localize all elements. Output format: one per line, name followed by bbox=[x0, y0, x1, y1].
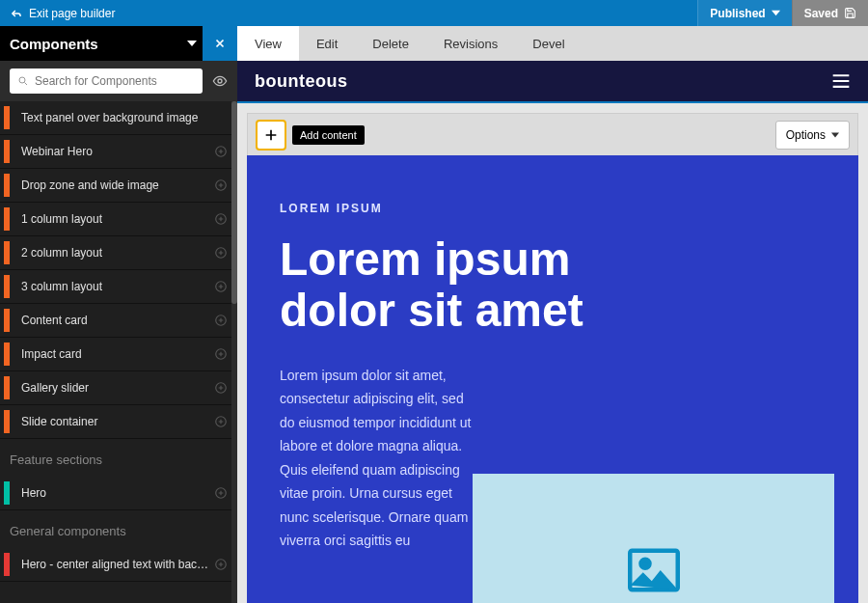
visibility-toggle-icon[interactable] bbox=[212, 73, 228, 89]
component-item[interactable]: Slide container bbox=[0, 405, 237, 439]
component-item-label: Hero bbox=[21, 486, 214, 500]
component-item-label: 1 column layout bbox=[21, 212, 214, 226]
caret-down-icon bbox=[772, 9, 780, 17]
sidebar-group-heading: Feature sections bbox=[0, 439, 237, 477]
add-circle-icon[interactable] bbox=[214, 145, 228, 158]
region-toolbar: Add content Options bbox=[247, 113, 858, 155]
page-tabs: ViewEditDeleteRevisionsDevel bbox=[237, 26, 868, 61]
component-list: Text panel over background imageWebinar … bbox=[0, 101, 237, 603]
tab-edit[interactable]: Edit bbox=[299, 26, 355, 61]
tab-view[interactable]: View bbox=[237, 26, 299, 61]
accent-bar bbox=[4, 410, 10, 433]
accent-bar bbox=[4, 140, 10, 163]
accent-bar bbox=[4, 241, 10, 264]
accent-bar bbox=[4, 309, 10, 332]
sidebar-close-button[interactable] bbox=[203, 26, 237, 61]
accent-bar bbox=[4, 343, 10, 366]
plus-icon bbox=[263, 127, 279, 143]
component-item-label: Webinar Hero bbox=[21, 145, 214, 158]
sidebar-title: Components bbox=[10, 36, 187, 52]
accent-bar bbox=[4, 481, 10, 505]
hero-kicker: LOREM IPSUM bbox=[280, 202, 826, 215]
add-circle-icon[interactable] bbox=[214, 415, 228, 428]
component-item-label: 2 column layout bbox=[21, 246, 214, 260]
component-item[interactable]: Drop zone and wide image bbox=[0, 169, 237, 203]
component-item-label: Impact card bbox=[21, 347, 214, 361]
saved-label: Saved bbox=[804, 7, 838, 20]
close-icon bbox=[213, 37, 227, 50]
components-sidebar: Components Text panel over background im… bbox=[0, 26, 237, 603]
component-item[interactable]: Hero bbox=[0, 477, 237, 510]
search-input-wrap[interactable] bbox=[10, 69, 203, 94]
component-item[interactable]: 3 column layout bbox=[0, 270, 237, 304]
accent-bar bbox=[4, 553, 10, 576]
add-circle-icon[interactable] bbox=[214, 381, 228, 395]
layout-region: Add content Options LOREM IPSUM Lorem ip… bbox=[247, 113, 858, 603]
component-item[interactable]: 2 column layout bbox=[0, 236, 237, 270]
image-icon bbox=[628, 547, 680, 593]
accent-bar bbox=[4, 207, 10, 231]
hero-block[interactable]: LOREM IPSUM Lorem ipsum dolor sit amet L… bbox=[247, 155, 858, 603]
sidebar-group-heading: General components bbox=[0, 510, 237, 548]
svg-point-14 bbox=[640, 560, 649, 568]
region-options-button[interactable]: Options bbox=[775, 121, 850, 150]
exit-label: Exit page builder bbox=[29, 7, 115, 20]
search-input[interactable] bbox=[35, 74, 195, 88]
caret-down-icon bbox=[831, 131, 839, 139]
svg-point-0 bbox=[19, 77, 25, 83]
canvas: ViewEditDeleteRevisionsDevel bounteous A… bbox=[237, 26, 868, 603]
add-circle-icon[interactable] bbox=[214, 486, 228, 500]
hero-heading: Lorem ipsum dolor sit amet bbox=[280, 234, 685, 337]
component-item[interactable]: Gallery slider bbox=[0, 371, 237, 405]
component-item[interactable]: Webinar Hero bbox=[0, 135, 237, 169]
hero-body: Lorem ipsum dolor sit amet, consectetur … bbox=[280, 364, 473, 553]
component-item-label: Drop zone and wide image bbox=[21, 178, 214, 192]
component-item[interactable]: Hero - center aligned text with backgro.… bbox=[0, 548, 237, 582]
component-item-label: Hero - center aligned text with backgro.… bbox=[21, 558, 214, 571]
top-bar-right: Published Saved bbox=[697, 0, 868, 26]
add-circle-icon[interactable] bbox=[214, 178, 228, 192]
component-item-label: Content card bbox=[21, 314, 214, 327]
add-circle-icon[interactable] bbox=[214, 314, 228, 327]
save-icon bbox=[844, 7, 856, 19]
component-item[interactable]: Content card bbox=[0, 304, 237, 338]
component-item-label: Slide container bbox=[21, 415, 214, 428]
accent-bar bbox=[4, 174, 10, 197]
add-circle-icon[interactable] bbox=[214, 246, 228, 260]
add-circle-icon[interactable] bbox=[214, 280, 228, 293]
component-item-label: Gallery slider bbox=[21, 381, 214, 395]
sidebar-header: Components bbox=[0, 26, 237, 61]
admin-top-bar: Exit page builder Published Saved bbox=[0, 0, 868, 26]
tab-delete[interactable]: Delete bbox=[355, 26, 426, 61]
component-item[interactable]: Impact card bbox=[0, 338, 237, 371]
component-item[interactable]: Text panel over background image bbox=[0, 101, 237, 135]
sidebar-search-row bbox=[0, 61, 237, 101]
hero-image-placeholder bbox=[473, 474, 834, 603]
exit-page-builder[interactable]: Exit page builder bbox=[0, 7, 124, 20]
add-content-tooltip: Add content bbox=[292, 125, 365, 145]
tab-devel[interactable]: Devel bbox=[515, 26, 582, 61]
component-item-label: Text panel over background image bbox=[21, 111, 228, 124]
workspace: Add content Options LOREM IPSUM Lorem ip… bbox=[237, 103, 868, 603]
svg-point-1 bbox=[218, 79, 222, 83]
site-header: bounteous bbox=[237, 61, 868, 103]
component-item-label: 3 column layout bbox=[21, 280, 214, 293]
options-label: Options bbox=[786, 128, 826, 142]
add-content-button[interactable] bbox=[256, 120, 286, 151]
accent-bar bbox=[4, 275, 10, 298]
published-dropdown[interactable]: Published bbox=[697, 0, 791, 26]
search-icon bbox=[17, 75, 29, 87]
back-icon bbox=[10, 7, 23, 20]
accent-bar bbox=[4, 106, 10, 129]
collapse-icon[interactable] bbox=[187, 39, 197, 48]
add-circle-icon[interactable] bbox=[214, 558, 228, 571]
saved-status: Saved bbox=[792, 0, 868, 26]
add-circle-icon[interactable] bbox=[214, 212, 228, 226]
accent-bar bbox=[4, 376, 10, 399]
menu-icon[interactable] bbox=[831, 73, 851, 89]
tab-revisions[interactable]: Revisions bbox=[426, 26, 515, 61]
published-label: Published bbox=[710, 7, 765, 20]
brand-logo: bounteous bbox=[255, 71, 348, 92]
component-item[interactable]: 1 column layout bbox=[0, 203, 237, 236]
add-circle-icon[interactable] bbox=[214, 347, 228, 361]
